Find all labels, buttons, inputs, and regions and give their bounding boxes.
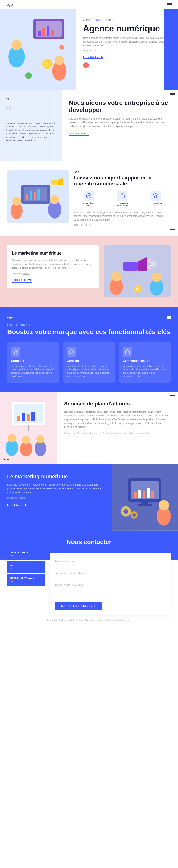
experts-grid: STRATÉGIEON COMMERCIALISATION CONCEPTION — [74, 191, 171, 207]
svg-point-56 — [36, 435, 44, 443]
svg-rect-21 — [34, 192, 36, 200]
commercialisation-label: COMMERCIALISATION — [107, 203, 138, 207]
marketing2-section: Le marketing numérique Duis aute irure d… — [0, 464, 178, 531]
experts-img-credit-link[interactable]: Freepik — [84, 224, 92, 226]
help-quote: "Ornare fusce viet a vetre account pour … — [6, 122, 56, 142]
marketing2-img-credit-prefix: Images de — [7, 497, 17, 499]
contact-section: Nous contacter APPELEZ-NOUS ☎ URI ☍ HEUR… — [0, 531, 178, 631]
experts-title: Laissez nos experts apporter la réussite… — [74, 175, 171, 187]
svg-rect-64 — [151, 491, 154, 498]
help-read-more[interactable]: LIRE LA SUITE — [69, 132, 89, 136]
hero-section: $ À PROPOS DE NOUS Agence numérique Orna… — [0, 9, 178, 90]
experts-body: Id semper risus in hendrerit gravida. Ip… — [74, 211, 171, 222]
experts-right: logo Laissez nos experts apporter la réu… — [74, 170, 171, 226]
help-body: Une agence digitale full-service dispose… — [69, 117, 171, 128]
contact-title: Nous contacter — [7, 538, 171, 546]
contact-item-call: APPELEZ-NOUS ☎ — [7, 548, 45, 560]
marketing1-read-more[interactable]: LIRE LA SUITE — [12, 279, 32, 283]
contact-email-input[interactable] — [55, 569, 166, 577]
expert-item-conception: CONCEPTION — [140, 191, 171, 207]
svg-point-70 — [132, 513, 136, 517]
fonc-card-commercialisation: Commercialisation Nous pouvons vous aide… — [119, 342, 171, 383]
svg-rect-3 — [38, 31, 41, 35]
contact-submit-button[interactable]: NOUS FAIRE PARVENIR — [55, 602, 102, 610]
contact-name-input[interactable] — [55, 558, 166, 565]
services-section: logo Services de plan d'affaires Non nis… — [0, 392, 178, 464]
svg-text:$: $ — [46, 62, 48, 66]
experts-logo: logo — [74, 170, 171, 173]
svg-point-11 — [25, 72, 32, 79]
svg-text:$: $ — [136, 287, 138, 291]
marketing2-read-more[interactable]: LIRE LA SUITE — [7, 504, 27, 507]
hero-title: Agence numérique — [83, 24, 166, 33]
hero-img-credit: Image de Freepik — [83, 50, 166, 52]
expert-item-strategie: STRATÉGIEON — [74, 191, 104, 207]
help-left: logo " "Ornare fusce viet a vetre accoun… — [0, 90, 62, 161]
svg-rect-48 — [31, 411, 35, 422]
svg-point-54 — [22, 436, 30, 444]
fonc-card-strategie-title: Stratégie — [11, 359, 55, 363]
svg-point-8 — [11, 40, 22, 50]
strategie-sub: ON — [87, 205, 91, 207]
svg-rect-60 — [134, 493, 137, 498]
fonc-hamburger[interactable] — [167, 316, 171, 319]
svg-rect-47 — [27, 414, 30, 422]
svg-rect-46 — [22, 413, 25, 422]
hero-img-credit-link[interactable]: Freepik — [93, 50, 100, 52]
svg-rect-62 — [143, 491, 146, 498]
help-logo: logo — [6, 97, 56, 100]
fonc-card-commercialisation-icon-wrap — [123, 347, 132, 356]
contact-item-hours-value: ⏰ — [10, 580, 42, 583]
strategie-label: STRATÉGIEON — [74, 203, 104, 207]
fonc-card-strategie-body: La planification stratégique est le proc… — [11, 364, 55, 378]
services-content: Services de plan d'affaires Non nisi est… — [57, 392, 178, 464]
hero-badge: À PROPOS DE NOUS — [83, 19, 166, 22]
marketing2-img-credit: Images de Freepik — [7, 497, 104, 499]
fonc-card-concept-body: Un concept d'entreprise est une déclarat… — [67, 364, 111, 378]
fonc-badge: FONCTIONNALITÉS — [7, 324, 171, 326]
hero-body: Ornare massa eget egestas purus viverra … — [83, 36, 166, 48]
svg-point-15 — [55, 56, 64, 65]
services-body: Non nisi est sit amet facilisis magna et… — [64, 410, 171, 429]
svg-rect-30 — [120, 195, 124, 198]
experts-img-credit-prefix: Images de — [74, 224, 83, 226]
svg-rect-63 — [147, 488, 150, 498]
hero-content: À PROPOS DE NOUS Agence numérique Ornare… — [76, 9, 178, 90]
nav-hamburger[interactable] — [167, 3, 172, 6]
hero-accent-circle — [83, 62, 89, 68]
help-right: Nous aidons votre entreprise à se dévelo… — [62, 90, 178, 161]
marketing1-img-credit-prefix: Images de — [12, 272, 22, 275]
svg-point-68 — [123, 509, 128, 514]
help-section: logo " "Ornare fusce viet a vetre accoun… — [0, 90, 178, 161]
svg-point-35 — [111, 272, 121, 281]
marketing2-content: Le marketing numérique Duis aute irure d… — [0, 464, 111, 531]
contact-item-hours-label: HEURES DE TRAVAIL — [10, 577, 42, 579]
marketing2-title: Le marketing numérique — [7, 473, 104, 480]
marketing1-title: Le marketing numérique — [12, 251, 94, 256]
fonc-card-strategie-icon-wrap — [11, 347, 20, 356]
conception-label: CONCEPTION — [140, 203, 171, 207]
svg-rect-61 — [138, 490, 141, 498]
marketing2-img-credit-link[interactable]: Freepik — [18, 497, 25, 499]
commercialisation-icon-wrap — [117, 191, 127, 201]
services-sample-text: Sample text. Click to select the text bo… — [64, 432, 171, 434]
svg-rect-65 — [141, 502, 148, 504]
experts-illustration — [7, 170, 69, 223]
strategie-icon — [86, 193, 92, 199]
marketing1-img-credit-link[interactable]: Freepik — [23, 272, 30, 275]
marketing1-section: Le marketing numérique Duis aute irure d… — [0, 236, 178, 307]
services-hamburger[interactable] — [171, 395, 175, 398]
fonc-card-strategie: Stratégie La planification stratégique e… — [7, 342, 59, 383]
hero-read-more[interactable]: LIRE LA SUITE — [83, 55, 103, 59]
contact-item-call-label: APPELEZ-NOUS — [10, 552, 42, 554]
contact-left: APPELEZ-NOUS ☎ URI ☍ HEURES DE TRAVAIL ⏰ — [7, 548, 45, 615]
svg-rect-4 — [42, 28, 45, 35]
marketing1-card: Le marketing numérique Duis aute irure d… — [7, 245, 99, 288]
conception-icon-wrap — [150, 191, 161, 201]
experts-img-credit: Images de Freepik — [74, 224, 171, 226]
fonc-strategie-icon — [13, 349, 18, 354]
experts-hamburger[interactable] — [171, 229, 175, 232]
contact-message-input[interactable] — [55, 581, 166, 598]
fonc-card-concept-title: Concept — [67, 359, 111, 363]
help-hamburger[interactable] — [171, 93, 175, 96]
